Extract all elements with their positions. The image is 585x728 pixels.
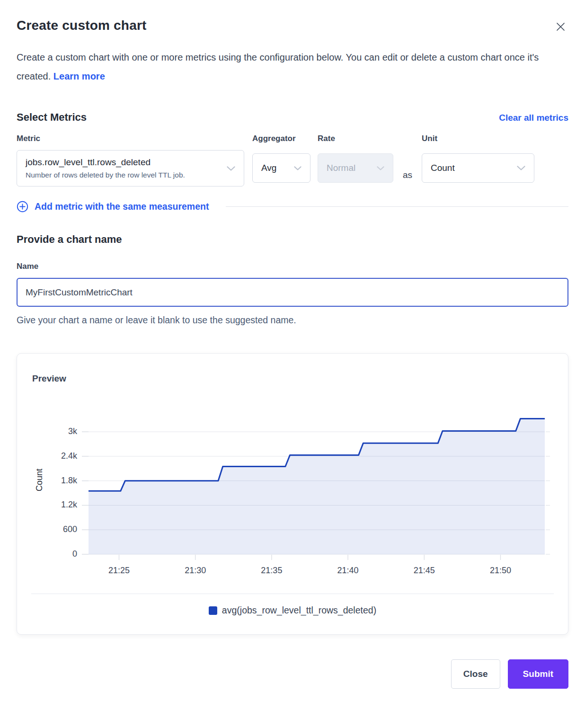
aggregator-select[interactable]: Avg — [252, 153, 310, 183]
metric-select-value: jobs.row_level_ttl.rows_deleted — [26, 157, 151, 168]
add-metric-label: Add metric with the same measurement — [35, 201, 209, 212]
name-label: Name — [17, 262, 568, 271]
rate-label: Rate — [318, 134, 393, 143]
modal-header: Create custom chart — [17, 18, 568, 35]
preview-heading: Preview — [32, 373, 66, 384]
preview-card: Preview Count 06001.2k1.8k2.4k3k21:2521:… — [17, 353, 568, 635]
chart-legend: avg(jobs_row_level_ttl_rows_deleted) — [17, 605, 568, 616]
x-tick-label: 21:25 — [98, 566, 140, 576]
aggregator-select-value: Avg — [261, 163, 276, 173]
metric-select-description: Number of rows deleted by the row level … — [26, 171, 185, 179]
unit-column: Unit Count — [422, 134, 534, 183]
chart-name-input[interactable] — [17, 278, 568, 307]
x-tick-label: 21:40 — [327, 566, 369, 576]
plus-circle-icon — [17, 201, 28, 213]
y-tick-label: 2.4k — [44, 451, 77, 461]
unit-label: Unit — [422, 134, 534, 143]
metric-column: Metric jobs.row_level_ttl.rows_deleted N… — [17, 134, 244, 186]
close-icon — [556, 26, 566, 33]
divider — [226, 206, 568, 207]
modal-close-button[interactable] — [553, 19, 568, 35]
divider — [31, 594, 554, 594]
chart-svg — [89, 406, 545, 554]
submit-button[interactable]: Submit — [508, 659, 568, 689]
metric-select[interactable]: jobs.row_level_ttl.rows_deleted Number o… — [17, 150, 244, 186]
add-metric-link[interactable]: Add metric with the same measurement — [17, 201, 209, 213]
chevron-down-icon — [227, 166, 235, 171]
rate-select-value: Normal — [327, 163, 355, 173]
x-tick-label: 21:35 — [250, 566, 293, 576]
rate-column: Rate Normal — [318, 134, 393, 183]
aggregator-column: Aggregator Avg — [252, 134, 310, 183]
unit-select-value: Count — [431, 163, 455, 173]
unit-select[interactable]: Count — [422, 153, 534, 183]
page-title: Create custom chart — [17, 18, 147, 33]
clear-all-metrics-link[interactable]: Clear all metrics — [499, 113, 568, 123]
learn-more-link[interactable]: Learn more — [53, 71, 105, 81]
y-tick-label: 3k — [44, 426, 77, 436]
chevron-down-icon — [517, 166, 525, 170]
legend-swatch — [209, 606, 217, 615]
y-tick-label: 0 — [44, 549, 77, 559]
series-area — [89, 419, 545, 554]
x-tick-label: 21:30 — [174, 566, 217, 576]
y-tick-label: 600 — [44, 524, 77, 534]
select-metrics-heading: Select Metrics — [17, 111, 87, 124]
metrics-section-header: Select Metrics Clear all metrics — [17, 111, 568, 124]
close-button[interactable]: Close — [451, 659, 500, 689]
as-label: as — [393, 134, 422, 186]
name-helper-text: Give your chart a name or leave it blank… — [17, 315, 568, 326]
modal-description: Create a custom chart with one or more m… — [17, 48, 566, 86]
legend-label: avg(jobs_row_level_ttl_rows_deleted) — [222, 605, 376, 616]
aggregator-label: Aggregator — [252, 134, 310, 143]
metric-label: Metric — [17, 134, 244, 143]
x-tick-label: 21:45 — [403, 566, 445, 576]
modal-footer: Close Submit — [17, 659, 568, 689]
chevron-down-icon — [294, 166, 301, 170]
chart-plot: 06001.2k1.8k2.4k3k21:2521:3021:3521:4021… — [89, 406, 545, 554]
metric-config-row: Metric jobs.row_level_ttl.rows_deleted N… — [17, 134, 568, 186]
y-tick-label: 1.8k — [44, 476, 77, 486]
rate-select[interactable]: Normal — [318, 153, 393, 183]
y-tick-label: 1.2k — [44, 500, 77, 510]
chart-name-heading: Provide a chart name — [17, 233, 568, 246]
x-tick-label: 21:50 — [479, 566, 522, 576]
add-metric-row: Add metric with the same measurement — [17, 201, 568, 213]
chevron-down-icon — [377, 166, 384, 170]
